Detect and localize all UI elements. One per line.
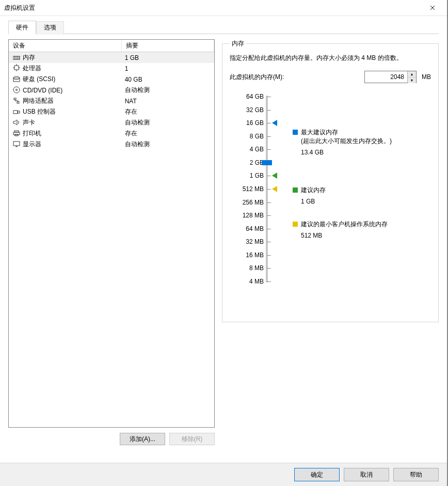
- device-row[interactable]: 处理器1: [9, 63, 214, 74]
- scale-tick: 16 MB: [230, 252, 279, 259]
- vm-settings-window: 虚拟机设置 硬件 选项 设备 摘要 内存1 GB处理器1硬盘 (SCSI)40 …: [0, 0, 448, 486]
- memory-input-label: 此虚拟机的内存(M):: [230, 73, 284, 82]
- tab-body: 设备 摘要 内存1 GB处理器1硬盘 (SCSI)40 GBCD/DVD (ID…: [8, 34, 439, 445]
- ok-button[interactable]: 确定: [294, 468, 340, 481]
- device-name: 硬盘 (SCSI): [23, 75, 55, 83]
- col-summary[interactable]: 摘要: [122, 40, 214, 52]
- device-name: 内存: [23, 54, 35, 61]
- scale-tick: 256 MB: [230, 199, 279, 206]
- device-summary: 存在: [122, 106, 214, 117]
- network-icon: [12, 97, 21, 104]
- add-button[interactable]: 添加(A)...: [120, 433, 165, 445]
- device-name: CD/DVD (IDE): [23, 87, 62, 94]
- legend-title: 建议的最小客户机操作系统内存: [301, 221, 388, 228]
- device-summary: 自动检测: [122, 85, 214, 96]
- legend-value: 512 MB: [293, 232, 431, 239]
- device-row[interactable]: 网络适配器NAT: [9, 96, 214, 106]
- cancel-button[interactable]: 取消: [344, 468, 389, 481]
- device-summary: 1 GB: [122, 52, 214, 64]
- legend-value: 1 GB: [293, 198, 431, 205]
- slider-thumb[interactable]: [262, 160, 272, 165]
- scale-tick: 64 GB: [230, 93, 279, 100]
- scale-tick: 8 MB: [230, 264, 279, 272]
- device-row[interactable]: 硬盘 (SCSI)40 GB: [9, 74, 214, 85]
- legend-max: 最大建议内存(超出此大小可能发生内存交换。)13.4 GB: [293, 128, 431, 156]
- device-table: 设备 摘要 内存1 GB处理器1硬盘 (SCSI)40 GBCD/DVD (ID…: [9, 40, 214, 150]
- scale-tick: 4 GB: [230, 146, 279, 153]
- marker-min: [272, 186, 277, 192]
- memory-group: 内存 指定分配给此虚拟机的内存量。内存大小必须为 4 MB 的倍数。 此虚拟机的…: [222, 39, 439, 322]
- device-summary: 自动检测: [122, 139, 214, 150]
- legend-title: 建议内存: [301, 186, 326, 194]
- tab-hardware[interactable]: 硬件: [8, 21, 36, 34]
- svg-rect-14: [14, 98, 16, 100]
- scale-tick: 32 MB: [230, 238, 279, 245]
- device-row[interactable]: USB 控制器存在: [9, 106, 214, 117]
- window-title: 虚拟机设置: [4, 4, 422, 12]
- left-panel: 设备 摘要 内存1 GB处理器1硬盘 (SCSI)40 GBCD/DVD (ID…: [8, 39, 215, 445]
- sound-icon: [12, 119, 21, 126]
- cd-icon: [12, 86, 21, 94]
- legend-square-yellow: [293, 222, 298, 227]
- col-device[interactable]: 设备: [9, 40, 122, 52]
- memory-input-row: 此虚拟机的内存(M): ▲ ▼ MB: [230, 71, 431, 83]
- device-row[interactable]: CD/DVD (IDE)自动检测: [9, 85, 214, 96]
- printer-icon: [12, 130, 21, 137]
- device-row[interactable]: 显示器自动检测: [9, 139, 214, 150]
- legend-rec: 建议内存1 GB: [293, 186, 431, 205]
- device-row[interactable]: 内存1 GB: [9, 52, 214, 64]
- right-panel: 内存 指定分配给此虚拟机的内存量。内存大小必须为 4 MB 的倍数。 此虚拟机的…: [222, 39, 439, 445]
- memory-scale[interactable]: 64 GB32 GB16 GB8 GB4 GB2 GB1 GB512 MB256…: [230, 93, 279, 285]
- device-name: 打印机: [23, 130, 41, 137]
- spin-down[interactable]: ▼: [408, 77, 416, 83]
- memory-unit: MB: [422, 73, 431, 81]
- titlebar: 虚拟机设置: [0, 0, 447, 16]
- disk-icon: [12, 75, 21, 83]
- legend-value: 13.4 GB: [293, 149, 431, 156]
- device-summary: 自动检测: [122, 117, 214, 128]
- device-row[interactable]: 声卡自动检测: [9, 117, 214, 128]
- memory-legend-panel: 最大建议内存(超出此大小可能发生内存交换。)13.4 GB建议内存1 GB建议的…: [286, 93, 431, 285]
- svg-rect-17: [18, 111, 20, 113]
- scale-tick: 4 MB: [230, 278, 279, 285]
- scale-tick: 8 GB: [230, 133, 279, 140]
- device-table-wrap: 设备 摘要 内存1 GB处理器1硬盘 (SCSI)40 GBCD/DVD (ID…: [8, 39, 215, 428]
- spin-up[interactable]: ▲: [408, 71, 416, 77]
- tab-options[interactable]: 选项: [36, 21, 64, 35]
- device-summary: 1: [122, 63, 214, 74]
- device-summary: NAT: [122, 96, 214, 106]
- device-name: 声卡: [23, 119, 35, 126]
- scale-tick: 32 GB: [230, 106, 279, 114]
- memory-legend: 内存: [230, 39, 246, 48]
- close-button[interactable]: [422, 1, 443, 15]
- memory-spinner[interactable]: ▲ ▼: [364, 71, 417, 83]
- memory-icon: [12, 54, 21, 61]
- device-row[interactable]: 打印机存在: [9, 128, 214, 139]
- memory-body: 64 GB32 GB16 GB8 GB4 GB2 GB1 GB512 MB256…: [230, 93, 431, 285]
- tabs: 硬件 选项: [0, 16, 447, 34]
- device-name: 处理器: [23, 65, 41, 72]
- svg-point-12: [13, 87, 20, 93]
- display-icon: [12, 140, 21, 148]
- device-summary: 存在: [122, 128, 214, 139]
- legend-note: (超出此大小可能发生内存交换。): [293, 137, 431, 146]
- svg-point-13: [16, 89, 18, 91]
- legend-min: 建议的最小客户机操作系统内存512 MB: [293, 220, 431, 239]
- cpu-icon: [12, 64, 21, 72]
- marker-rec: [272, 173, 277, 179]
- remove-button: 移除(R): [169, 433, 215, 445]
- close-icon: [430, 5, 435, 10]
- left-buttons: 添加(A)... 移除(R): [8, 433, 215, 445]
- spin-buttons: ▲ ▼: [407, 71, 416, 83]
- scale-tick: 64 MB: [230, 225, 279, 232]
- memory-input[interactable]: [365, 71, 407, 83]
- device-name: 网络适配器: [23, 97, 54, 104]
- legend-square-green: [293, 187, 298, 193]
- help-button[interactable]: 帮助: [393, 468, 439, 481]
- dialog-footer: 确定 取消 帮助: [0, 463, 447, 486]
- memory-desc: 指定分配给此虚拟机的内存量。内存大小必须为 4 MB 的倍数。: [230, 53, 431, 62]
- legend-square-blue: [293, 130, 298, 135]
- marker-max: [272, 120, 277, 126]
- device-summary: 40 GB: [122, 74, 214, 85]
- svg-rect-15: [17, 102, 19, 103]
